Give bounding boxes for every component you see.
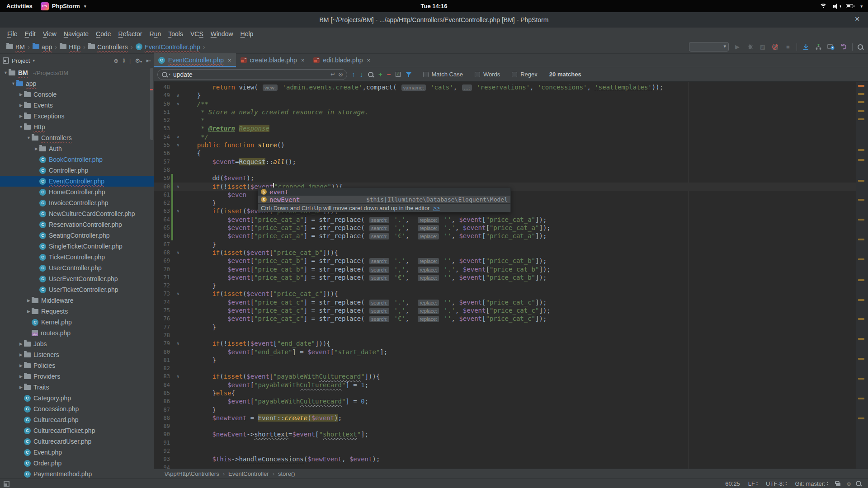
code-line[interactable]: 58 [154,166,868,174]
menu-item-vcs[interactable]: VCS [187,30,207,38]
add-occurrence-icon[interactable]: + [378,70,382,78]
tree-item-paymentmethod-php[interactable]: CPaymentmethod.php [0,469,154,479]
completion-item-newEvent[interactable]: $newEvent$this|Illuminate\Database\Eloqu… [258,196,510,203]
stripe-mark[interactable] [858,239,864,240]
code-line[interactable]: 66 $event["price_cat_a"] = str_replace( … [154,232,868,240]
select-all-occurrences-icon[interactable] [396,72,401,77]
debug-icon[interactable] [746,43,754,51]
run-button[interactable]: ▶ [733,43,741,51]
tree-collapsed-icon[interactable]: ▶ [18,114,24,118]
fold-marker[interactable]: ∧ [175,133,182,141]
code-line[interactable]: 70 $event["price_cat_b"] = str_replace( … [154,265,868,273]
tree-item-concession-php[interactable]: CConcession.php [0,404,154,414]
menu-item-run[interactable]: Run [146,30,165,38]
menu-item-help[interactable]: Help [237,30,257,38]
stripe-mark[interactable] [858,279,864,281]
code-line[interactable]: 57 $event=Request::all(); [154,158,868,166]
tree-item-category-php[interactable]: CCategory.php [0,393,154,404]
recent-changes-icon[interactable] [827,43,835,51]
previous-occurrence-icon[interactable]: ↑ [352,70,355,78]
code-line[interactable]: 93 $this->handleConcessions($newEvent, $… [154,455,868,463]
stripe-mark[interactable] [858,299,864,301]
tree-collapsed-icon[interactable]: ▶ [18,363,24,368]
code-line[interactable]: 85 }else{ [154,389,868,397]
fold-marker[interactable]: ∨ [175,249,182,257]
breadcrumb-item[interactable]: app [31,43,54,51]
code-line[interactable]: 83∨ if(isset($event["payableWithCulturec… [154,372,868,380]
collapse-all-icon[interactable]: ∧∨ [123,58,125,63]
code-line[interactable]: 67 } [154,240,868,249]
breadcrumb-item[interactable]: CEventController.php [134,43,202,51]
fold-marker[interactable]: ∧ [175,91,182,99]
tree-item-middleware[interactable]: ▶Middleware [0,295,154,306]
coverage-icon[interactable]: ▨ [759,43,767,51]
tab-edit-blade-php[interactable]: edit.blade.php× [309,53,375,67]
stripe-mark[interactable] [858,199,864,201]
remove-occurrence-icon[interactable]: − [387,70,391,78]
tree-item-singleticketcontroller-php[interactable]: CSingleTicketController.php [0,241,154,252]
code-line[interactable]: 87 } [154,406,868,414]
stripe-mark[interactable] [858,398,864,399]
stripe-mark[interactable] [858,180,864,182]
hint-link[interactable]: >> [433,205,440,211]
line-ending-select[interactable]: LF ▴▾ [746,480,760,487]
tree-collapsed-icon[interactable]: ▶ [18,352,24,357]
code-line[interactable]: 77 } [154,323,868,331]
code-line[interactable]: 94 [154,464,868,469]
search-everywhere-icon[interactable] [857,44,863,50]
fold-marker[interactable]: ∨ [175,141,182,149]
stripe-mark[interactable] [858,378,864,380]
tree-item-console[interactable]: ▶Console [0,89,154,100]
code-editor[interactable]: 48 return view( view: 'admin.events.crea… [154,82,868,469]
background-tasks-icon[interactable] [855,480,862,487]
tree-item-listeners[interactable]: ▶Listeners [0,349,154,360]
tree-item-reservationcontroller-php[interactable]: CReservationController.php [0,219,154,230]
menu-item-tools[interactable]: Tools [165,30,187,38]
code-line[interactable]: 73∨ if(isset($event["price_cat_c"])){ [154,290,868,298]
code-line[interactable]: 69 $event["price_cat_b"] = str_replace( … [154,257,868,265]
tree-collapsed-icon[interactable]: ▶ [18,385,24,389]
code-line[interactable]: 49∧ } [154,91,868,99]
tree-item-ticketcontroller-php[interactable]: CTicketController.php [0,252,154,263]
menu-item-file[interactable]: File [4,30,21,38]
tree-collapsed-icon[interactable]: ▶ [18,103,24,108]
tree-item-seatingcontroller-php[interactable]: CSeatingController.php [0,230,154,241]
tree-item-app[interactable]: ▼app [0,78,154,89]
tree-item-controller-php[interactable]: CController.php [0,165,154,176]
tree-expanded-icon[interactable]: ▼ [10,81,16,86]
code-line[interactable]: 76 $event["price_cat_c"] = str_replace( … [154,314,868,323]
stripe-mark[interactable] [858,418,864,419]
code-line[interactable]: 64 $event["price_cat_a"] = str_replace( … [154,216,868,224]
code-line[interactable]: 59 dd($event); [154,174,868,182]
tree-collapsed-icon[interactable]: ▶ [26,298,32,303]
code-area[interactable]: 48 return view( view: 'admin.events.crea… [154,83,868,469]
stripe-mark[interactable] [858,101,864,103]
tree-item-usercontroller-php[interactable]: CUserController.php [0,263,154,273]
window-close-button[interactable]: ✕ [854,15,860,23]
code-line[interactable]: 84 $event["payableWithCulturecard"] = 1; [154,381,868,389]
tree-item-homecontroller-php[interactable]: CHomeController.php [0,187,154,197]
tree-collapsed-icon[interactable]: ▶ [18,374,24,379]
code-line[interactable]: 88 $newEvent = Event::create($event); [154,414,868,422]
tab-close-icon[interactable]: × [367,57,370,64]
code-line[interactable]: 75 $event["price_cat_c"] = str_replace( … [154,306,868,314]
stripe-mark[interactable] [858,258,864,260]
words-checkbox[interactable]: Words [475,71,500,78]
hide-panel-icon[interactable]: ⇤ [146,57,151,64]
tab-create-blade-php[interactable]: create.blade.php× [236,53,309,67]
code-line[interactable]: 89 [154,422,868,430]
tree-item-eventcontroller-php[interactable]: CEventController.php [0,176,154,187]
stripe-mark[interactable] [858,110,864,112]
menu-item-window[interactable]: Window [207,30,237,38]
breadcrumb-item[interactable]: \App\Http\Controllers [165,470,219,477]
tree-item-exceptions[interactable]: ▶Exceptions [0,111,154,122]
git-branch-select[interactable]: Git: master: ▴▾ [793,480,830,487]
fold-marker[interactable]: ∨ [175,100,182,108]
code-line[interactable]: 52 * [154,116,868,124]
inspections-profile-icon[interactable]: ☺ [846,480,852,487]
toolwindow-switcher-icon[interactable] [4,481,9,487]
menu-item-view[interactable]: View [39,30,60,38]
code-line[interactable]: 48 return view( view: 'admin.events.crea… [154,83,868,91]
tree-item-http[interactable]: ▼Http [0,122,154,132]
vcs-update-icon[interactable] [802,43,810,51]
